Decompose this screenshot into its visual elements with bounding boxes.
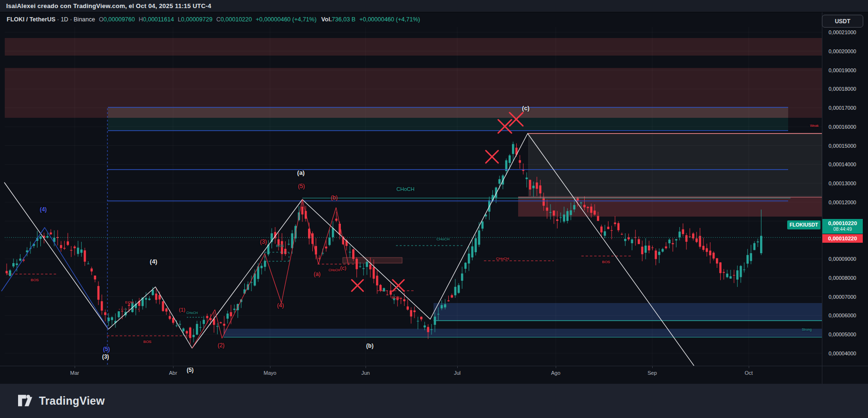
candle-body	[536, 182, 538, 189]
candle-body	[175, 325, 178, 326]
candle-body	[94, 276, 96, 279]
close-key: C	[216, 16, 221, 23]
time-axis-tick	[366, 366, 366, 368]
price-axis-label: 0,00005000	[829, 332, 856, 337]
candle-body	[226, 314, 229, 319]
price-axis-label: 0,00017000	[829, 105, 856, 111]
price-axis-label: 0,00006000	[829, 313, 856, 318]
supply-box-small-zone	[343, 257, 402, 263]
footer-bar: TradingView	[0, 384, 868, 418]
change-value-2: +0,00000460 (+4,71%)	[359, 16, 420, 23]
candle-body	[610, 230, 613, 231]
demand-strip-navy-zone	[223, 329, 822, 337]
tradingview-logo[interactable]: TradingView	[17, 392, 105, 409]
bar-countdown: 08:44:49	[833, 227, 852, 233]
candle-body	[645, 246, 647, 253]
candle-body	[600, 227, 603, 232]
symbol-legend: FLOKI / TetherUS · 1D · BinanceO0,000097…	[7, 15, 420, 24]
candle-body	[84, 250, 86, 262]
time-axis[interactable]: MarAbrMayoJunJulAgoSepOct	[0, 366, 868, 384]
candle-body	[573, 205, 576, 209]
candle-body	[424, 325, 426, 327]
candle-body	[386, 294, 389, 295]
candle-body	[193, 335, 195, 337]
symbol-name[interactable]: FLOKI / TetherUS	[7, 16, 56, 23]
price-axis-label: 0,00009000	[829, 256, 856, 262]
candle-body	[437, 314, 440, 314]
page-title: IsaiAlexei creado con TradingView.com, e…	[6, 2, 212, 10]
candle-body	[583, 205, 586, 207]
interval-label[interactable]: 1D	[61, 16, 68, 23]
price-axis[interactable]: 0,000210000,000200000,000190000,00018000…	[822, 12, 868, 384]
candle-body	[196, 324, 198, 335]
candle-body	[607, 227, 609, 229]
candle-body	[482, 221, 484, 228]
candle-body	[206, 316, 209, 318]
candle-body	[260, 266, 263, 268]
candle-body	[403, 299, 405, 301]
candle-body	[746, 255, 749, 264]
candle-body	[427, 327, 429, 332]
candle-body	[617, 223, 620, 230]
candle-body	[597, 216, 599, 221]
candle-body	[706, 248, 708, 252]
candle-body	[328, 238, 331, 245]
candle-body	[121, 311, 124, 312]
candle-body	[451, 295, 453, 297]
candle-body	[713, 253, 715, 258]
candle-body	[128, 305, 130, 306]
chart-surface[interactable]	[0, 0, 868, 418]
candle-body	[556, 219, 559, 221]
open-value: 0,00009760	[104, 16, 135, 23]
exchange-label: Binance	[74, 16, 95, 23]
candle-body	[67, 241, 69, 245]
candle-body	[50, 232, 52, 234]
candle-body	[648, 246, 650, 250]
price-axis-label: 0,00014000	[829, 162, 856, 167]
time-axis-tick	[270, 366, 270, 368]
candle-body	[563, 215, 565, 222]
time-axis-label: Ago	[551, 370, 560, 376]
candle-body	[550, 212, 552, 213]
time-axis-tick	[75, 366, 75, 368]
time-axis-label: Abr	[169, 370, 177, 376]
candle-body	[104, 312, 106, 315]
candle-body	[672, 243, 674, 244]
candle-body	[169, 316, 171, 319]
candle-body	[366, 262, 368, 267]
candle-body	[63, 248, 66, 249]
candle-body	[539, 185, 541, 193]
candle-body	[668, 239, 671, 243]
candle-body	[723, 272, 725, 273]
candle-body	[665, 247, 667, 248]
candle-body	[685, 235, 688, 242]
time-axis-tick	[457, 366, 458, 368]
currency-toggle-button[interactable]: USDT	[822, 15, 863, 28]
price-axis-label: 0,00004000	[829, 351, 856, 356]
candle-body	[753, 243, 756, 250]
elliott-blue-zigzag[interactable]	[1, 228, 108, 329]
candle-body	[471, 247, 473, 257]
candle-body	[420, 317, 423, 319]
candle-body	[736, 270, 739, 279]
candle-body	[716, 258, 718, 264]
candle-body	[566, 211, 569, 221]
candle-body	[655, 250, 657, 259]
candle-body	[590, 207, 593, 213]
candle-body	[658, 252, 661, 255]
volume-key: Vol.	[321, 16, 332, 23]
candle-body	[733, 275, 735, 276]
candle-body	[284, 249, 287, 254]
candle-body	[220, 323, 222, 323]
candle-body	[709, 251, 712, 256]
candle-body	[223, 324, 225, 326]
candle-body	[359, 266, 361, 267]
symbol-price-tag: FLOKIUSDT	[787, 220, 820, 229]
price-axis-label: 0,00021000	[829, 29, 856, 35]
candle-body	[454, 287, 457, 295]
candle-body	[689, 237, 691, 237]
candle-body	[74, 247, 76, 248]
candle-body	[444, 304, 446, 307]
candle-body	[641, 247, 644, 254]
price-axis-label: 0,00007000	[829, 294, 856, 300]
